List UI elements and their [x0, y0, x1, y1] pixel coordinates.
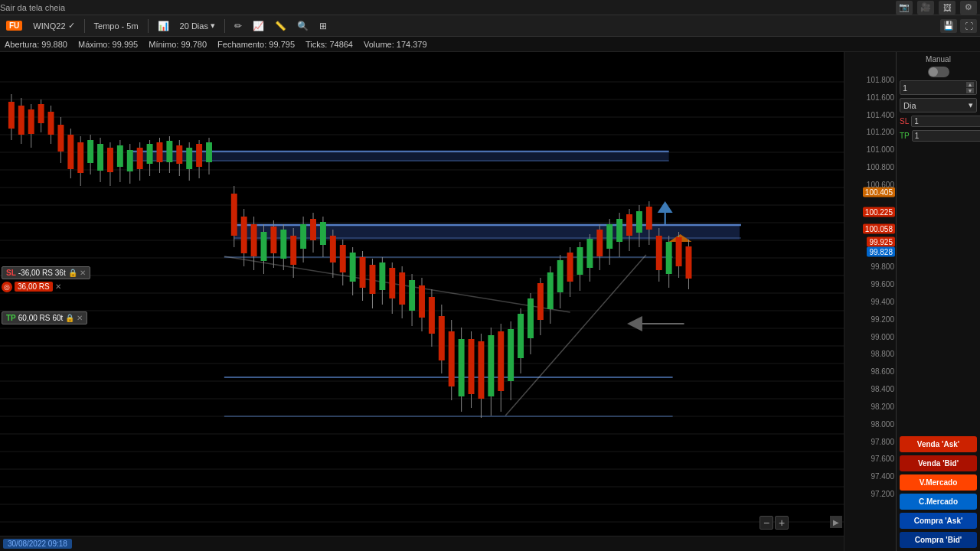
scroll-right-button[interactable]: ▶: [830, 516, 842, 528]
settings-icon[interactable]: ⚙: [960, 1, 977, 15]
maximo-value: 99.995: [113, 40, 139, 49]
pl-97600: 97.600: [871, 455, 894, 463]
tp-panel-input[interactable]: [912, 130, 980, 142]
sl-panel-input[interactable]: [911, 116, 980, 127]
chart-type-icon[interactable]: 📊: [155, 19, 172, 33]
pl-100600: 100.600: [867, 180, 894, 188]
symbol-badge-item[interactable]: FU: [3, 19, 25, 32]
manual-toggle[interactable]: [900, 67, 977, 77]
svg-rect-86: [231, 194, 237, 236]
svg-rect-68: [127, 150, 133, 171]
svg-rect-148: [537, 283, 544, 320]
zoom-in-button[interactable]: +: [775, 516, 789, 530]
venda-bid-button[interactable]: Venda 'Bid': [900, 455, 977, 471]
ticks-info: Ticks: 74864: [305, 40, 353, 49]
pl-98000: 98.000: [871, 419, 894, 428]
camera-icon[interactable]: 📷: [896, 1, 913, 15]
candle-icon: 📈: [253, 21, 264, 31]
search-tool[interactable]: 🔍: [294, 19, 312, 33]
quantity-spinners: ▲ ▼: [966, 82, 974, 93]
expand-icon[interactable]: ⛶: [960, 19, 977, 33]
position-overlay[interactable]: ◎ 36,00 RS ✕: [2, 282, 61, 292]
bottom-bar: 30/08/2022 09:18: [0, 536, 844, 551]
c-mercado-button[interactable]: C.Mercado: [900, 494, 977, 510]
sl-row: SL 🔒 ▲: [900, 116, 977, 127]
chart-area[interactable]: SL -36,00 RS 36t 🔒 ✕ ◎ 36,00 RS ✕ TP 60,…: [0, 52, 844, 551]
svg-rect-138: [488, 335, 494, 396]
period-selector[interactable]: 20 Dias ▾: [177, 19, 218, 32]
pl-98600: 98.600: [871, 367, 894, 376]
quantity-up-button[interactable]: ▲: [966, 82, 974, 87]
sl-ticks: 36t: [55, 269, 66, 277]
period-selector[interactable]: Dia ▾: [900, 98, 977, 112]
search-icon: 🔍: [297, 21, 309, 31]
manual-label: Manual: [900, 55, 977, 64]
svg-rect-156: [577, 247, 583, 275]
price-current: 99.828: [867, 246, 895, 256]
svg-rect-50: [38, 104, 44, 123]
sl-close-button[interactable]: ✕: [80, 269, 86, 277]
svg-rect-164: [616, 219, 622, 242]
svg-rect-60: [87, 140, 93, 163]
venda-ask-button[interactable]: Venda 'Ask': [900, 436, 977, 452]
svg-rect-174: [666, 242, 672, 274]
quantity-input[interactable]: 1 ▲ ▼: [900, 80, 977, 95]
price-axis: 100.405 100.225 100.058 99.925 99.828 10…: [844, 52, 896, 551]
svg-rect-74: [157, 142, 163, 162]
position-close-button[interactable]: ✕: [55, 282, 61, 291]
svg-rect-48: [28, 109, 34, 134]
svg-rect-62: [97, 144, 103, 171]
svg-rect-72: [147, 144, 153, 164]
save-icon[interactable]: 💾: [940, 19, 957, 33]
toggle-switch-control[interactable]: [928, 67, 949, 77]
pencil-tool[interactable]: ✏: [231, 19, 245, 33]
ticks-value: 74864: [329, 40, 353, 49]
candle-tool[interactable]: 📈: [250, 19, 267, 33]
system-icons: 📷 🎥 🖼 ⚙: [896, 1, 980, 15]
svg-rect-170: [646, 207, 652, 230]
infobar: Abertura: 99.880 Máximo: 99.995 Mínimo: …: [0, 37, 980, 52]
svg-rect-122: [409, 280, 415, 311]
extra-tool1[interactable]: 📏: [272, 19, 289, 33]
svg-rect-128: [439, 316, 445, 360]
tp-label: TP: [6, 314, 16, 322]
tp-overlay[interactable]: TP 60,00 RS 60t 🔒 ✕: [2, 311, 87, 324]
date-badge: 30/08/2022 09:18: [3, 539, 72, 549]
sl-box: SL -36,00 RS 36t 🔒 ✕: [2, 266, 90, 279]
grid-tool[interactable]: ⊞: [316, 19, 330, 33]
sl-value: -36,00 RS: [18, 269, 53, 277]
compra-bid-button[interactable]: Compra 'Bid': [900, 532, 977, 548]
volume-label: Volume:: [364, 40, 394, 49]
sl-overlay[interactable]: SL -36,00 RS 36t 🔒 ✕: [2, 266, 90, 279]
svg-rect-90: [251, 224, 257, 256]
pl-97800: 97.800: [871, 437, 894, 445]
pl-101000: 101.000: [867, 145, 894, 154]
abertura-label: Abertura:: [5, 40, 39, 49]
svg-rect-154: [567, 253, 573, 282]
svg-rect-142: [508, 329, 514, 381]
contract-selector[interactable]: WINQ22 ✓: [30, 19, 77, 32]
topbar-title: Sair da tela cheia: [0, 3, 65, 12]
tp-lock-icon: 🔒: [65, 314, 74, 322]
timeframe-selector[interactable]: Tempo - 5m: [91, 20, 142, 32]
chart-svg: [0, 52, 844, 551]
fechamento-value: 99.795: [269, 40, 295, 49]
tp-close-button[interactable]: ✕: [77, 314, 83, 322]
svg-rect-176: [676, 237, 682, 266]
svg-rect-168: [636, 211, 642, 233]
svg-rect-126: [429, 297, 435, 334]
video-icon[interactable]: 🎥: [917, 1, 934, 15]
image-icon[interactable]: 🖼: [939, 1, 956, 15]
zoom-out-button[interactable]: −: [760, 516, 773, 530]
svg-rect-158: [586, 239, 593, 268]
tp-panel-label: TP: [900, 132, 910, 140]
separator1: [84, 19, 85, 33]
compra-ask-button[interactable]: Compra 'Ask': [900, 513, 977, 529]
svg-marker-38: [658, 201, 673, 213]
svg-rect-82: [196, 144, 202, 167]
v-mercado-button[interactable]: V.Mercado: [900, 474, 977, 491]
svg-rect-144: [518, 314, 524, 358]
svg-rect-116: [379, 262, 385, 290]
quantity-down-button[interactable]: ▼: [966, 88, 974, 93]
topbar: Sair da tela cheia 📷 🎥 🖼 ⚙: [0, 0, 980, 15]
